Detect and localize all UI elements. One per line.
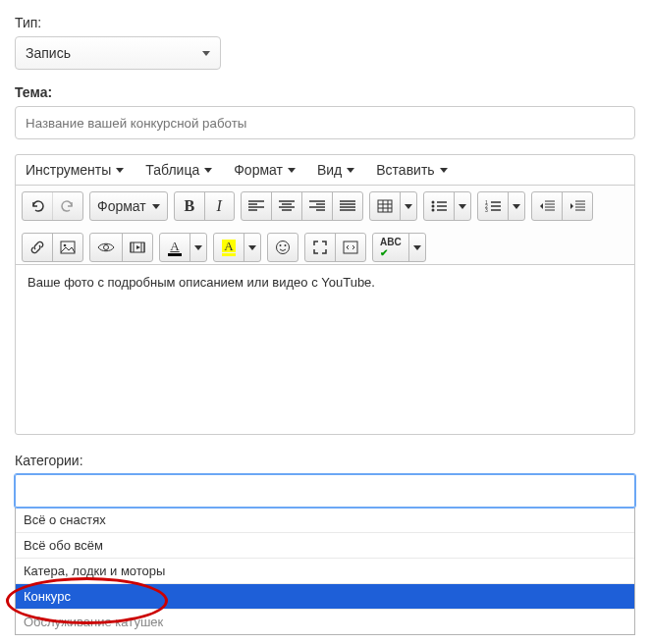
number-list-dropdown[interactable] [508, 192, 524, 220]
chevron-down-icon [413, 245, 421, 250]
spellcheck-button[interactable]: ABC✔ [373, 234, 408, 261]
bold-button[interactable]: B [175, 192, 204, 220]
category-option[interactable]: Всё обо всём [16, 533, 634, 559]
menu-insert[interactable]: Вставить [376, 162, 447, 178]
svg-rect-0 [378, 200, 392, 212]
bullet-list-button[interactable] [424, 192, 454, 220]
svg-point-11 [277, 242, 290, 254]
italic-button[interactable]: I [204, 192, 234, 220]
chevron-down-icon [204, 168, 212, 173]
chevron-down-icon [116, 168, 124, 173]
undo-button[interactable] [23, 192, 52, 220]
bg-color-dropdown[interactable] [244, 234, 260, 261]
chevron-down-icon [248, 245, 256, 250]
code-button[interactable] [335, 234, 365, 261]
emoji-button[interactable] [268, 234, 298, 261]
bullet-list-dropdown[interactable] [454, 192, 470, 220]
preview-button[interactable] [90, 234, 122, 261]
chevron-down-icon [288, 168, 296, 173]
indent-button[interactable] [562, 192, 592, 220]
svg-point-9 [104, 245, 109, 250]
category-option[interactable]: Обслуживание катушек [16, 610, 634, 634]
menu-format[interactable]: Формат [234, 162, 296, 178]
chevron-down-icon [152, 204, 160, 209]
category-option-selected[interactable]: Конкурс [16, 584, 634, 610]
chevron-down-icon [459, 204, 466, 209]
link-button[interactable] [23, 234, 52, 261]
categories-label: Категории: [15, 453, 635, 468]
type-select[interactable]: Запись [15, 36, 221, 70]
svg-text:3: 3 [485, 207, 488, 212]
svg-point-8 [64, 244, 67, 247]
rich-text-editor: Инструменты Таблица Формат Вид Вставить … [15, 154, 635, 435]
editor-placeholder: Ваше фото с подробным описанием или виде… [27, 275, 375, 290]
svg-rect-14 [344, 242, 357, 253]
svg-point-2 [431, 205, 434, 208]
outdent-button[interactable] [532, 192, 562, 220]
text-color-dropdown[interactable] [190, 234, 206, 261]
align-center-button[interactable] [271, 192, 301, 220]
subject-input[interactable] [15, 106, 635, 139]
svg-rect-7 [61, 242, 75, 253]
image-button[interactable] [52, 234, 82, 261]
menu-tools[interactable]: Инструменты [26, 162, 124, 178]
align-left-button[interactable] [242, 192, 271, 220]
align-justify-button[interactable] [332, 192, 362, 220]
media-button[interactable] [122, 234, 152, 261]
redo-button[interactable] [52, 192, 82, 220]
category-option[interactable]: Катера, лодки и моторы [16, 559, 634, 584]
svg-point-3 [431, 209, 434, 212]
table-dropdown[interactable] [400, 192, 416, 220]
chevron-down-icon [405, 204, 412, 209]
type-label: Тип: [15, 15, 635, 30]
chevron-down-icon [440, 168, 448, 173]
categories-input[interactable] [15, 474, 635, 508]
number-list-button[interactable]: 123 [478, 192, 508, 220]
menu-table[interactable]: Таблица [145, 162, 212, 178]
table-button[interactable] [370, 192, 400, 220]
chevron-down-icon [347, 168, 354, 173]
type-select-value: Запись [26, 45, 71, 61]
editor-content-area[interactable]: Ваше фото с подробным описанием или виде… [16, 265, 634, 434]
chevron-down-icon [202, 51, 210, 56]
menu-view[interactable]: Вид [317, 162, 354, 178]
categories-dropdown: Всё о снастях Всё обо всём Катера, лодки… [15, 508, 635, 635]
svg-point-12 [280, 244, 282, 246]
align-right-button[interactable] [301, 192, 332, 220]
bg-color-button[interactable]: A [214, 234, 244, 261]
svg-point-13 [285, 244, 287, 246]
text-color-button[interactable]: A [160, 234, 190, 261]
format-select[interactable]: Формат [90, 192, 167, 220]
subject-label: Тема: [15, 84, 635, 100]
fullscreen-button[interactable] [305, 234, 335, 261]
chevron-down-icon [194, 245, 202, 250]
chevron-down-icon [513, 204, 520, 209]
spellcheck-dropdown[interactable] [408, 234, 425, 261]
svg-point-1 [431, 201, 434, 204]
category-option[interactable]: Всё о снастях [16, 508, 634, 533]
